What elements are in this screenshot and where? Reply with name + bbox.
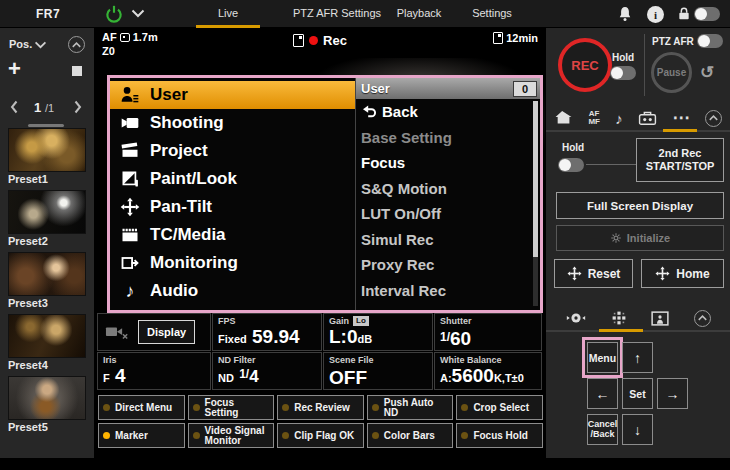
dpad-grid-icon[interactable]: [611, 310, 627, 326]
page-prev-icon[interactable]: [10, 100, 20, 114]
initialize-button[interactable]: Initialize: [556, 225, 724, 251]
power-icon[interactable]: [104, 4, 124, 24]
pause-button[interactable]: Pause: [651, 52, 692, 93]
add-preset-button[interactable]: +: [8, 58, 21, 80]
preset-1[interactable]: Preset1: [8, 128, 86, 185]
preset-4[interactable]: Preset4: [8, 314, 86, 371]
menu-item-project[interactable]: Project: [110, 137, 355, 165]
shutter-cell[interactable]: Shutter 1/60: [434, 313, 542, 351]
stop-button[interactable]: [72, 66, 82, 76]
joystick-icon[interactable]: [566, 311, 586, 325]
dpad-up-button[interactable]: ↑: [622, 342, 653, 373]
preset-3[interactable]: Preset3: [8, 252, 86, 309]
monitor-out-icon: [118, 253, 142, 273]
dpad-set-button[interactable]: Set: [622, 378, 653, 409]
more-tab-icon[interactable]: ⋯: [673, 111, 690, 125]
submenu-item-interval-rec[interactable]: Interval Rec: [356, 278, 540, 304]
full-screen-display-button[interactable]: Full Screen Display: [556, 192, 724, 219]
preset-page-scrollbar[interactable]: [28, 124, 64, 127]
menu-item-shooting[interactable]: Shooting: [110, 109, 355, 137]
collapse-section-icon[interactable]: [705, 110, 722, 127]
menu-item-tc-media[interactable]: TC/Media: [110, 221, 355, 249]
rec-button[interactable]: REC: [558, 38, 612, 92]
preset-2[interactable]: Preset2: [8, 190, 86, 247]
direct-menu-button[interactable]: Direct Menu: [98, 395, 185, 420]
menu-item-user[interactable]: User: [110, 81, 355, 109]
info-icon[interactable]: i: [647, 6, 665, 24]
preset-1-thumbnail[interactable]: [8, 128, 86, 172]
tab-live[interactable]: Live: [190, 0, 266, 28]
display-button[interactable]: Display: [138, 320, 195, 344]
dpad-cancel-back-button[interactable]: Cancel/Back: [587, 414, 618, 445]
submenu-item-back[interactable]: Back: [356, 99, 540, 125]
marker-button[interactable]: Marker: [98, 423, 185, 448]
collapse-panel-icon[interactable]: [68, 36, 85, 53]
app-title: FR7: [36, 7, 60, 21]
back-arrow-icon: [361, 104, 377, 120]
clip-flag-ok-button[interactable]: Clip Flag OK: [277, 423, 364, 448]
preset-4-thumbnail[interactable]: [8, 314, 86, 358]
iris-cell[interactable]: Iris F 4: [97, 352, 211, 390]
video-signal-monitor-button[interactable]: Video Signal Monitor: [188, 423, 275, 448]
preset-group-label[interactable]: Pos.: [9, 38, 32, 50]
dpad-down-button[interactable]: ↓: [622, 414, 653, 445]
white-balance-cell[interactable]: White Balance A:5600K,T±0: [434, 352, 542, 390]
fr7-remote-ui: FR7 Live PTZ AFR Settings Playback Setti…: [0, 0, 730, 470]
fps-cell[interactable]: FPS Fixed 59.94: [212, 313, 322, 351]
preset-5[interactable]: Preset5: [8, 376, 86, 433]
tab-playback[interactable]: Playback: [382, 0, 456, 28]
pan-tilt-reset-button[interactable]: Reset: [554, 259, 633, 288]
preset-group-chevron-down-icon[interactable]: [34, 41, 47, 49]
tab-ptz-afr-settings[interactable]: PTZ AFR Settings: [280, 0, 394, 28]
rec-hold-toggle[interactable]: [610, 66, 636, 80]
af-mf-icon[interactable]: AFMF: [588, 110, 600, 126]
dpad-right-button[interactable]: →: [657, 378, 688, 409]
subject-tracking-icon[interactable]: [651, 311, 669, 326]
media-tab-icon[interactable]: [638, 110, 657, 126]
power-chevron-down-icon[interactable]: [131, 9, 145, 19]
color-bars-button[interactable]: Color Bars: [367, 423, 454, 448]
lock-toggle[interactable]: [694, 7, 720, 21]
menu-item-pan-tilt[interactable]: Pan-Tilt: [110, 193, 355, 221]
gain-cell[interactable]: GainLo L:0dB: [323, 313, 433, 351]
ptz-afr-toggle[interactable]: [697, 34, 723, 48]
collapse-section-icon[interactable]: [694, 310, 711, 327]
crop-select-button[interactable]: Crop Select: [456, 395, 543, 420]
focus-hold-button[interactable]: Focus Hold: [456, 423, 543, 448]
second-rec-hold-toggle[interactable]: [558, 158, 584, 172]
assign-lamp-icon: [461, 432, 468, 439]
dpad-menu-button[interactable]: Menu: [587, 342, 618, 373]
submenu-scrollbar-thumb[interactable]: [533, 101, 538, 257]
menu-item-monitoring[interactable]: Monitoring: [110, 249, 355, 277]
submenu-item-sq-motion[interactable]: S&Q Motion: [356, 176, 540, 202]
tab-settings[interactable]: Settings: [458, 0, 526, 28]
submenu-item-proxy-rec[interactable]: Proxy Rec: [356, 252, 540, 278]
audio-tab-icon[interactable]: ♪: [615, 110, 623, 127]
scene-file-cell[interactable]: Scene File OFF: [323, 352, 433, 390]
home-icon[interactable]: [555, 109, 573, 127]
submenu-item-simul-rec[interactable]: Simul Rec: [356, 227, 540, 253]
rec-review-button[interactable]: Rec Review: [277, 395, 364, 420]
preset-2-thumbnail[interactable]: [8, 190, 86, 234]
push-auto-nd-button[interactable]: Push Auto ND: [367, 395, 454, 420]
submenu-item-focus[interactable]: Focus: [356, 150, 540, 176]
preset-5-thumbnail[interactable]: [8, 376, 86, 420]
pan-tilt-home-button[interactable]: Home: [641, 259, 724, 288]
preset-3-thumbnail[interactable]: [8, 252, 86, 296]
nd-filter-cell[interactable]: ND Filter ND 1/4: [212, 352, 322, 390]
page-next-icon[interactable]: [74, 100, 84, 114]
camera-icon: [118, 113, 142, 133]
menu-item-paint-look[interactable]: Paint/Look: [110, 165, 355, 193]
dpad-left-button[interactable]: ←: [587, 378, 618, 409]
submenu-scrollbar[interactable]: [533, 101, 538, 306]
preset-5-label: Preset5: [8, 421, 86, 433]
focus-setting-button[interactable]: Focus Setting: [188, 395, 275, 420]
submenu-item-base-setting[interactable]: Base Setting: [356, 125, 540, 151]
camera-off-icon[interactable]: [105, 324, 129, 341]
second-rec-button[interactable]: 2nd RecSTART/STOP: [636, 138, 724, 182]
top-bar: FR7 Live PTZ AFR Settings Playback Setti…: [0, 0, 730, 28]
submenu-item-lut-on-off[interactable]: LUT On/Off: [356, 201, 540, 227]
bell-icon[interactable]: [616, 5, 634, 23]
menu-item-audio[interactable]: ♪ Audio: [110, 277, 355, 305]
refresh-icon[interactable]: ↺: [700, 64, 714, 81]
